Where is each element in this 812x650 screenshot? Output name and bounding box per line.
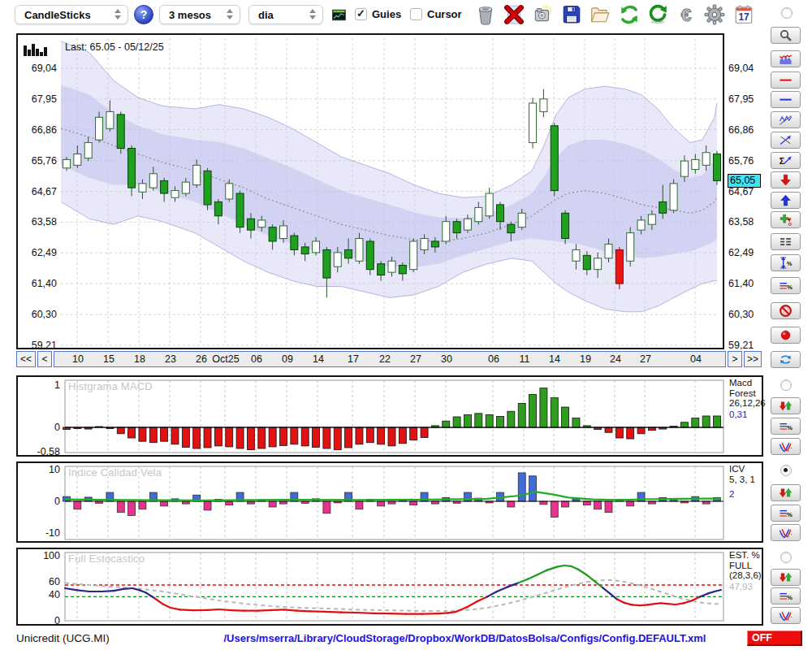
date-tick-label: 22 bbox=[379, 353, 391, 365]
red-line-tool-button[interactable] bbox=[771, 72, 801, 89]
macd-bar bbox=[356, 427, 363, 444]
nav-last-button[interactable]: >> bbox=[744, 351, 762, 367]
candle-body bbox=[714, 154, 721, 180]
sync-icon[interactable] bbox=[647, 4, 668, 25]
open-folder-icon[interactable] bbox=[590, 4, 611, 25]
price-axis-label: 63,58 bbox=[32, 216, 57, 228]
trend-arrow-tool-button[interactable] bbox=[771, 132, 801, 149]
refresh-icon[interactable] bbox=[619, 4, 640, 25]
chart-type-value: CandleSticks bbox=[24, 9, 91, 21]
macd-bar bbox=[562, 407, 569, 427]
lines-percent-tool-button[interactable]: % bbox=[771, 277, 801, 294]
nav-next-button[interactable]: > bbox=[728, 351, 742, 367]
calendar-icon[interactable]: 17 bbox=[733, 4, 754, 25]
volume-bars-icon[interactable] bbox=[24, 43, 47, 56]
candle-body bbox=[323, 249, 330, 278]
candle-body bbox=[182, 182, 189, 193]
zigzag-channel-tool-button[interactable] bbox=[771, 111, 801, 128]
period-select[interactable]: 3 mesos bbox=[159, 5, 240, 24]
arrow-down-red-tool-button[interactable] bbox=[771, 171, 801, 188]
icv-bar bbox=[529, 476, 537, 501]
camera-icon[interactable] bbox=[533, 4, 554, 25]
blue-line-tool-button[interactable] bbox=[771, 91, 801, 108]
stoch-updown-arrows-button[interactable] bbox=[771, 569, 801, 586]
arrow-up-blue-tool-button[interactable] bbox=[771, 192, 801, 209]
chart-type-select[interactable]: CandleSticks bbox=[15, 5, 128, 24]
cursor-checkbox[interactable] bbox=[410, 8, 422, 20]
macd-bar bbox=[161, 427, 168, 441]
magnifier-tool-button[interactable] bbox=[771, 27, 801, 44]
macd-bar bbox=[399, 427, 406, 444]
sigma-trend-tool-button[interactable]: Σ bbox=[771, 152, 801, 169]
icv-bar bbox=[508, 501, 515, 507]
macd-bar bbox=[508, 411, 515, 427]
macd-bar bbox=[714, 416, 721, 427]
candle-body bbox=[486, 193, 493, 216]
macd-bar bbox=[214, 427, 222, 446]
add-marker-tool-button[interactable] bbox=[771, 211, 801, 228]
stoch-lines-percent-button[interactable]: % bbox=[771, 587, 801, 604]
candle-body bbox=[269, 228, 276, 241]
help-button[interactable]: ? bbox=[134, 5, 153, 24]
macd-curves-button[interactable] bbox=[771, 438, 801, 455]
off-button[interactable]: OFF bbox=[747, 630, 802, 646]
candle-body bbox=[659, 202, 667, 213]
macd-bar bbox=[702, 416, 710, 427]
macd-bar bbox=[680, 422, 688, 427]
percent-k-segment bbox=[586, 574, 594, 581]
candle-body bbox=[388, 261, 395, 272]
date-navigation: << < 1015182326Oct2506091417222730061114… bbox=[16, 351, 763, 368]
svg-text:€: € bbox=[681, 4, 692, 25]
macd-bar bbox=[518, 403, 525, 427]
forbidden-tool-button[interactable] bbox=[771, 302, 801, 319]
nav-prev-button[interactable]: < bbox=[37, 351, 52, 367]
macd-bar bbox=[551, 398, 558, 427]
interval-select[interactable]: dia bbox=[248, 5, 323, 24]
percent-k-segment bbox=[684, 600, 692, 603]
icv-updown-arrows-button[interactable] bbox=[771, 484, 801, 501]
candle-body bbox=[366, 241, 374, 270]
macd-bar bbox=[334, 427, 341, 450]
euro-icon[interactable]: € bbox=[676, 4, 697, 25]
percent-k-segment bbox=[538, 570, 547, 575]
candle-body bbox=[236, 193, 244, 228]
date-tick-label: 23 bbox=[165, 353, 176, 365]
delete-x-icon[interactable] bbox=[503, 4, 525, 25]
date-strip[interactable]: 1015182326Oct250609141722273006111419242… bbox=[54, 351, 726, 367]
stoch-curves-button[interactable] bbox=[771, 607, 801, 624]
icv-bar bbox=[627, 501, 634, 506]
price-axis-label: 59,21 bbox=[728, 340, 762, 351]
macd-updown-arrows-button[interactable] bbox=[771, 397, 801, 414]
chevron-updown-icon bbox=[114, 9, 122, 22]
nav-first-button[interactable]: << bbox=[16, 351, 36, 367]
macd-select-radio[interactable] bbox=[780, 379, 792, 391]
mini-chart-tool-button[interactable] bbox=[771, 50, 801, 67]
macd-bar bbox=[269, 427, 276, 447]
date-tick-label: 04 bbox=[690, 353, 702, 365]
trash-icon[interactable] bbox=[475, 4, 496, 25]
price-axis-label: 60,30 bbox=[32, 309, 57, 320]
list-lines-tool-button[interactable] bbox=[771, 233, 801, 250]
stoch-param-line: FULL bbox=[729, 561, 763, 571]
vertical-measure-tool-button[interactable]: % bbox=[771, 254, 801, 271]
candle-body bbox=[529, 103, 537, 143]
record-tool-button[interactable] bbox=[771, 327, 801, 344]
candle-body bbox=[594, 258, 602, 270]
stoch-select-radio[interactable] bbox=[780, 552, 792, 563]
macd-bar bbox=[605, 427, 612, 432]
icv-lines-percent-button[interactable]: % bbox=[771, 505, 801, 522]
config-path: /Users/mserra/Library/CloudStorage/Dropb… bbox=[195, 632, 735, 644]
chart-window-icon[interactable] bbox=[330, 7, 348, 23]
candle-body bbox=[171, 191, 179, 198]
save-floppy-icon[interactable] bbox=[561, 4, 582, 25]
date-tick-label: 24 bbox=[610, 353, 621, 365]
icv-select-radio[interactable] bbox=[780, 465, 792, 476]
icv-curves-button[interactable] bbox=[771, 524, 801, 541]
chevron-updown-icon bbox=[309, 9, 317, 22]
gear-icon[interactable] bbox=[704, 4, 725, 25]
date-tick-label: 15 bbox=[103, 353, 114, 365]
icv-bar bbox=[518, 473, 525, 501]
guies-checkbox[interactable] bbox=[355, 8, 367, 20]
swap-arrows-tool-button[interactable] bbox=[771, 351, 801, 368]
macd-lines-percent-button[interactable]: % bbox=[771, 418, 801, 435]
